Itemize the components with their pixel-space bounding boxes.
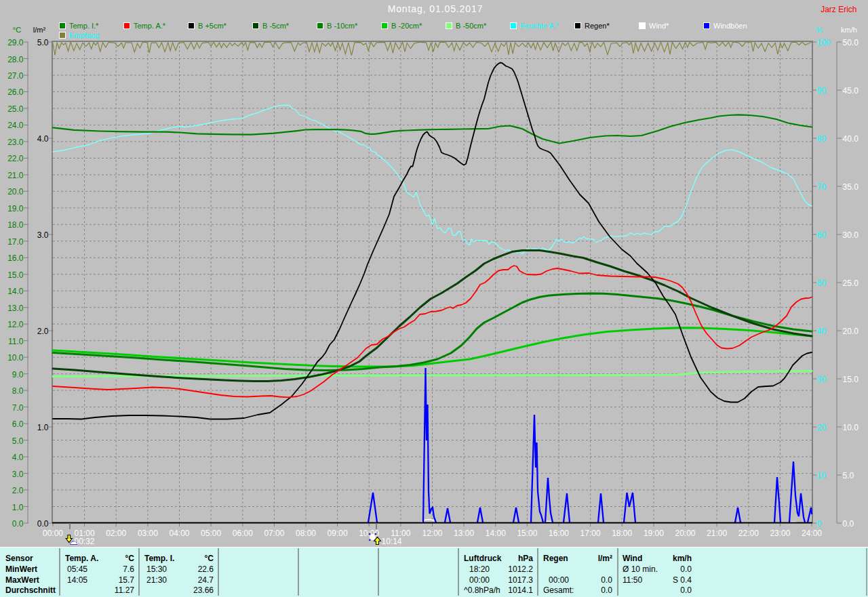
svg-text:40.0: 40.0 <box>843 134 859 144</box>
svg-text:Temp. A.: Temp. A. <box>65 554 98 563</box>
svg-text:Temp. I.*: Temp. I.* <box>69 22 99 30</box>
svg-text:90: 90 <box>817 86 827 96</box>
svg-text:08:00: 08:00 <box>296 529 316 538</box>
svg-text:29.0: 29.0 <box>7 38 24 47</box>
svg-text:2.0: 2.0 <box>12 486 24 495</box>
svg-text:12.0: 12.0 <box>7 320 24 329</box>
svg-text:23.0: 23.0 <box>7 138 24 147</box>
svg-text:14.0: 14.0 <box>7 287 24 296</box>
svg-text:03:00: 03:00 <box>138 529 158 538</box>
svg-text:°C: °C <box>125 554 135 563</box>
svg-text:3.0: 3.0 <box>12 470 24 479</box>
svg-text:hPa: hPa <box>518 554 533 563</box>
svg-text:Regen: Regen <box>543 554 568 563</box>
svg-text:18:00: 18:00 <box>612 529 632 538</box>
svg-text:7.0: 7.0 <box>12 403 24 413</box>
svg-text:00:00: 00:00 <box>43 529 63 538</box>
svg-text:20: 20 <box>817 423 827 432</box>
svg-text:16.0: 16.0 <box>7 253 24 263</box>
svg-text:15:00: 15:00 <box>517 529 537 538</box>
svg-text:S 0.4: S 0.4 <box>673 575 692 585</box>
svg-text:13.0: 13.0 <box>7 304 24 313</box>
svg-text:Montag, 01.05.2017: Montag, 01.05.2017 <box>388 3 484 14</box>
svg-text:0.0: 0.0 <box>37 519 49 529</box>
svg-text:Empfang: Empfang <box>69 31 99 39</box>
svg-text:Luftdruck: Luftdruck <box>464 554 502 563</box>
svg-text:Regen*: Regen* <box>585 22 610 30</box>
svg-text:l/m²: l/m² <box>598 554 612 563</box>
svg-text:10.0: 10.0 <box>843 423 859 432</box>
svg-text:11.0: 11.0 <box>8 337 24 346</box>
svg-text:11.27: 11.27 <box>115 585 134 595</box>
svg-text:20.0: 20.0 <box>7 187 24 197</box>
svg-text:5.0: 5.0 <box>12 436 24 446</box>
svg-text:07:00: 07:00 <box>264 529 284 538</box>
svg-text:15.0: 15.0 <box>843 375 859 384</box>
svg-text:00:32: 00:32 <box>75 537 95 546</box>
svg-text:19:00: 19:00 <box>644 529 664 538</box>
svg-text:19.0: 19.0 <box>7 204 24 213</box>
svg-text:0.0: 0.0 <box>680 564 692 574</box>
svg-text:26.0: 26.0 <box>7 87 24 97</box>
svg-text:27.0: 27.0 <box>7 71 24 81</box>
svg-text:2.0: 2.0 <box>37 327 49 336</box>
svg-text:15.0: 15.0 <box>7 270 24 280</box>
svg-text:^0.8hPa/h: ^0.8hPa/h <box>464 585 500 595</box>
svg-text:Jarz Erich: Jarz Erich <box>821 5 856 14</box>
svg-text:50.0: 50.0 <box>843 38 859 47</box>
svg-text:22.6: 22.6 <box>198 564 214 574</box>
svg-text:24.7: 24.7 <box>198 575 214 585</box>
svg-text:18.0: 18.0 <box>7 220 24 230</box>
svg-text:1.0: 1.0 <box>12 503 24 512</box>
svg-text:30.0: 30.0 <box>843 230 859 240</box>
svg-text:16:00: 16:00 <box>549 529 569 538</box>
svg-text:°C: °C <box>13 26 21 34</box>
svg-text:4.0: 4.0 <box>12 453 24 462</box>
svg-text:50: 50 <box>817 279 827 288</box>
svg-text:MaxWert: MaxWert <box>5 575 39 585</box>
svg-text:km/h: km/h <box>841 26 857 34</box>
svg-text:B -20cm*: B -20cm* <box>391 22 422 30</box>
svg-text:22.0: 22.0 <box>7 154 24 163</box>
svg-text:3.0: 3.0 <box>37 230 49 240</box>
svg-text:1012.2: 1012.2 <box>508 564 533 574</box>
svg-text:15.7: 15.7 <box>119 575 135 585</box>
svg-text:35.0: 35.0 <box>843 182 859 192</box>
svg-text:0.0: 0.0 <box>843 519 854 529</box>
svg-text:B -5cm*: B -5cm* <box>262 22 290 30</box>
svg-text:6.0: 6.0 <box>12 419 24 429</box>
svg-text:0.0: 0.0 <box>12 519 24 529</box>
svg-text:40: 40 <box>817 327 827 336</box>
svg-text:13:00: 13:00 <box>454 529 474 538</box>
svg-text:21.0: 21.0 <box>7 171 24 180</box>
svg-text:02:00: 02:00 <box>106 529 126 538</box>
svg-text:18:20: 18:20 <box>469 564 490 574</box>
svg-text:10:14: 10:14 <box>382 537 402 546</box>
svg-text:B +5cm*: B +5cm* <box>198 22 227 30</box>
svg-text:Sensor: Sensor <box>5 554 33 563</box>
svg-text:7.6: 7.6 <box>123 564 134 574</box>
svg-text:9.0: 9.0 <box>12 370 24 379</box>
svg-text:4.0: 4.0 <box>37 134 49 144</box>
svg-text:05:45: 05:45 <box>67 564 87 574</box>
svg-text:Temp. I.: Temp. I. <box>144 554 174 563</box>
svg-text:25.0: 25.0 <box>7 104 24 114</box>
svg-text:25.0: 25.0 <box>843 279 859 288</box>
svg-text:°C: °C <box>205 554 214 563</box>
svg-text:00:00: 00:00 <box>549 575 569 585</box>
svg-text:30: 30 <box>817 375 827 384</box>
svg-text:1014.1: 1014.1 <box>508 585 533 595</box>
svg-text:Temp. A.*: Temp. A.* <box>134 22 166 30</box>
svg-text:17:00: 17:00 <box>580 529 601 538</box>
svg-text:1.0: 1.0 <box>37 423 49 432</box>
svg-text:0: 0 <box>817 519 822 529</box>
svg-text:60: 60 <box>817 230 827 240</box>
svg-text:MinWert: MinWert <box>5 564 37 574</box>
svg-text:l/m²: l/m² <box>33 26 46 34</box>
svg-text:Ø 10 min.: Ø 10 min. <box>623 564 658 574</box>
svg-text:100: 100 <box>817 38 831 47</box>
svg-text:B -10cm*: B -10cm* <box>327 22 358 30</box>
svg-text:17.0: 17.0 <box>7 237 24 247</box>
svg-text:Wind*: Wind* <box>649 22 669 30</box>
svg-text:0.0: 0.0 <box>680 585 692 595</box>
